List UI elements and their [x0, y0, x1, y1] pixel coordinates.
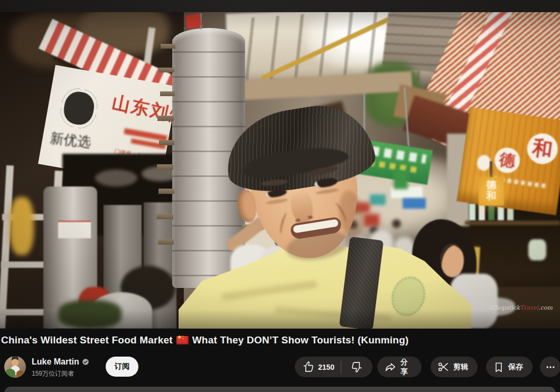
- woman-face: [441, 244, 464, 277]
- orange-sign-char1: 德: [498, 148, 516, 172]
- sign-title-text: 山东刘烨: [110, 90, 178, 130]
- pot-top: [95, 170, 137, 186]
- jar: [528, 239, 546, 260]
- steamer-handle: [159, 140, 174, 145]
- share-button[interactable]: 分享: [377, 357, 422, 377]
- steamer-handle: [158, 189, 174, 194]
- distant-sign: [403, 198, 426, 209]
- steamer-handle: [158, 239, 174, 245]
- steamer-handle: [157, 164, 173, 170]
- more-actions-button[interactable]: [540, 357, 560, 377]
- distant-sign: [394, 171, 408, 189]
- small-sign-pole: [490, 161, 492, 178]
- thumbs-up-icon: [302, 361, 314, 373]
- small-sign-char1: 德: [487, 179, 497, 190]
- scissors-icon: [437, 361, 450, 373]
- video-title-part2: What They DON’T Show Tourists! (Kunming): [192, 334, 409, 346]
- like-dislike-pill: 2150: [295, 357, 372, 377]
- steamer-handle: [158, 68, 174, 72]
- share-label: 分享: [400, 358, 414, 377]
- clip-button[interactable]: 剪辑: [431, 357, 478, 377]
- subscriber-count: 159万位订阅者: [32, 369, 74, 378]
- save-button[interactable]: 保存: [486, 357, 533, 377]
- steamer-handle: [160, 91, 175, 96]
- like-button[interactable]: 2150: [295, 357, 341, 377]
- shelf-line: [465, 221, 560, 225]
- small-sign-char2: 和: [487, 190, 497, 201]
- masthead-strip: [0, 0, 560, 12]
- crowd-head: [392, 219, 401, 228]
- dislike-button[interactable]: [341, 357, 372, 377]
- clip-label: 剪辑: [453, 362, 468, 372]
- orange-sign: 德 和: [456, 107, 560, 216]
- thumbs-down-icon: [351, 361, 363, 373]
- red-flag: [185, 13, 202, 29]
- orange-sign-char2: 和: [530, 134, 554, 164]
- video-title-part1: China's Wildest Street Food Market: [1, 334, 173, 346]
- share-icon: [385, 361, 397, 373]
- host-head: [221, 107, 391, 282]
- steamer-handle: [157, 116, 174, 121]
- ellipsis-icon: [545, 362, 556, 372]
- description-box[interactable]: [4, 387, 556, 392]
- subscribe-button[interactable]: 订阅: [106, 357, 138, 377]
- pot-label: [58, 221, 91, 238]
- channel-name[interactable]: Luke Martin: [32, 357, 89, 367]
- steamer-handle: [156, 214, 173, 219]
- small-yellow-sign: 德 和: [479, 177, 504, 206]
- bottle: [469, 203, 475, 220]
- video-player[interactable]: 新优选 山东刘烨 门牌号：3-27号: [0, 12, 560, 329]
- watch-page: 新优选 山东刘烨 门牌号：3-27号: [0, 0, 560, 392]
- like-count: 2150: [318, 363, 334, 371]
- sign-script-text: 新优选: [49, 129, 92, 152]
- verified-badge-icon: [82, 358, 89, 366]
- sign-subline: [124, 128, 167, 142]
- channel-avatar[interactable]: [4, 356, 26, 378]
- channel-watermark: ChopstickTravel.com: [490, 304, 553, 311]
- save-label: 保存: [508, 362, 523, 372]
- cn-flag-icon: [176, 336, 189, 344]
- steamer-handle: [161, 44, 175, 49]
- bookmark-icon: [493, 361, 505, 373]
- video-title: China's Wildest Street Food MarketWhat T…: [1, 334, 556, 346]
- yellow-bag: [10, 197, 34, 255]
- greens-pile: [58, 300, 122, 329]
